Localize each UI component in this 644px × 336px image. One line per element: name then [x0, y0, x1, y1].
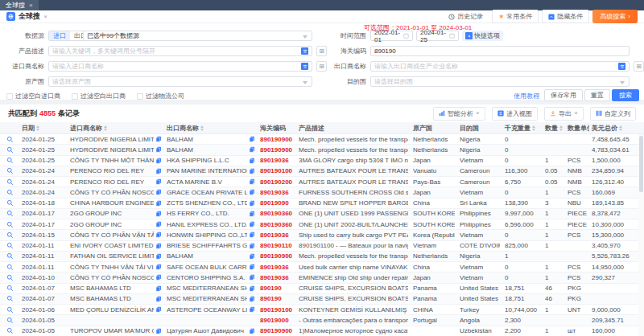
row-detail-search-icon[interactable]	[0, 157, 19, 164]
more-options-icon[interactable]: ⊞	[634, 61, 644, 72]
copy-icon[interactable]	[249, 232, 255, 238]
row-detail-search-icon[interactable]	[0, 306, 19, 313]
column-header-date[interactable]: 日期	[19, 124, 68, 133]
destination-country-select[interactable]: 请选择目的国	[370, 76, 630, 87]
copy-icon[interactable]	[155, 221, 162, 227]
row-detail-search-icon[interactable]	[0, 136, 19, 143]
data-source-select[interactable]: 已选中99个数据源	[83, 31, 312, 41]
copy-icon[interactable]	[155, 168, 162, 174]
checkbox-filter-logistics[interactable]: 过滤物流公司	[137, 92, 184, 100]
quick-options-button[interactable]: 快捷选项	[462, 31, 503, 41]
product-desc-input[interactable]: 请输入关键词，多关键词用分号隔开	[48, 46, 312, 56]
advanced-search-button[interactable]: 高级搜索 ›	[592, 10, 638, 23]
smart-analysis-button[interactable]: 智能分析 ∨	[433, 107, 485, 121]
copy-icon[interactable]	[155, 274, 162, 281]
copy-icon[interactable]	[249, 178, 255, 185]
hs-code-input[interactable]: 890190	[370, 46, 630, 56]
column-header-exporter[interactable]: 出口商名称	[164, 124, 258, 133]
search-button[interactable]: 搜索	[612, 89, 639, 101]
row-detail-search-icon[interactable]	[0, 285, 19, 292]
copy-icon[interactable]	[155, 232, 162, 238]
copy-icon[interactable]	[249, 264, 255, 270]
row-detail-search-icon[interactable]	[0, 295, 19, 302]
copy-icon[interactable]	[155, 243, 162, 249]
row-detail-search-icon[interactable]	[0, 178, 19, 186]
row-detail-search-icon[interactable]	[0, 167, 19, 174]
row-detail-search-icon[interactable]	[0, 242, 19, 249]
copy-icon[interactable]	[155, 189, 162, 195]
copy-icon[interactable]	[155, 306, 162, 313]
copy-icon[interactable]	[155, 158, 162, 164]
copy-icon[interactable]	[249, 200, 255, 207]
column-header-importer[interactable]: 进口商名称	[68, 124, 164, 133]
column-header-total_usd[interactable]: 美元总价	[589, 124, 638, 133]
copy-icon[interactable]	[249, 253, 255, 260]
copy-icon[interactable]	[249, 296, 255, 302]
sort-icon[interactable]	[532, 125, 535, 131]
row-detail-search-icon[interactable]	[0, 210, 19, 217]
tutorial-link[interactable]: 使用教程	[514, 92, 539, 100]
sort-icon[interactable]	[200, 125, 204, 131]
close-icon[interactable]: ×	[29, 2, 33, 9]
exporter-input[interactable]: 请输入出口商或生产企业名称	[370, 61, 630, 72]
copy-icon[interactable]	[249, 243, 255, 249]
row-detail-search-icon[interactable]	[0, 264, 19, 271]
row-detail-search-icon[interactable]	[0, 221, 19, 228]
tab-global-search[interactable]: 全球搜 ×	[0, 0, 39, 10]
row-detail-search-icon[interactable]	[0, 189, 19, 196]
copy-icon[interactable]	[249, 274, 255, 281]
copy-icon[interactable]	[249, 285, 255, 292]
copy-icon[interactable]	[249, 189, 255, 195]
copy-icon[interactable]	[155, 211, 162, 217]
copy-icon[interactable]	[249, 328, 255, 334]
row-detail-search-icon[interactable]	[0, 327, 19, 334]
checkbox-filter-blank-importer[interactable]: 过滤空白进口商	[6, 92, 60, 100]
save-common-button[interactable]: 保存常用	[544, 89, 583, 101]
sort-icon[interactable]	[559, 125, 563, 131]
row-detail-search-icon[interactable]	[0, 252, 19, 260]
translate-icon[interactable]	[301, 47, 308, 55]
sort-icon[interactable]	[619, 125, 622, 131]
row-detail-search-icon[interactable]	[0, 232, 19, 239]
row-detail-search-icon[interactable]	[0, 146, 19, 154]
column-header-weight_kg[interactable]: 千克重量	[502, 124, 543, 133]
copy-icon[interactable]	[249, 136, 255, 142]
sort-icon[interactable]	[36, 125, 39, 131]
translate-icon[interactable]	[301, 63, 308, 70]
chevron-down-icon[interactable]: ∨	[43, 14, 47, 19]
row-detail-search-icon[interactable]	[0, 317, 19, 324]
customize-columns-button[interactable]: 自定义列	[590, 107, 636, 121]
copy-icon[interactable]	[155, 146, 162, 153]
date-start-input[interactable]: 2022-01-01	[370, 31, 413, 41]
row-detail-search-icon[interactable]	[0, 274, 19, 281]
copy-icon[interactable]	[249, 221, 255, 227]
row-detail-search-icon[interactable]	[0, 199, 19, 207]
checkbox-filter-blank-exporter[interactable]: 过滤空白出口商	[72, 92, 126, 100]
translate-icon[interactable]	[618, 63, 625, 70]
copy-icon[interactable]	[155, 178, 162, 185]
enter-view-button[interactable]: 进入视图	[492, 107, 538, 121]
sort-icon[interactable]	[104, 125, 107, 131]
reset-button[interactable]: 重置	[584, 89, 610, 101]
copy-icon[interactable]	[249, 158, 255, 164]
import-toggle[interactable]: 进口	[49, 31, 70, 40]
export-button[interactable]: 导出 ∨	[544, 107, 584, 121]
common-conditions-button[interactable]: ★ 常用条件	[492, 10, 539, 23]
copy-icon[interactable]	[249, 211, 255, 217]
copy-icon[interactable]	[155, 253, 162, 260]
date-end-input[interactable]: 2024-01-25	[416, 31, 459, 41]
vertical-scrollbar[interactable]	[638, 134, 644, 336]
copy-icon[interactable]	[155, 136, 162, 142]
scrollbar-thumb[interactable]	[639, 136, 643, 192]
origin-country-select[interactable]: 请选择原产国	[48, 76, 312, 87]
copy-icon[interactable]	[155, 328, 162, 334]
importer-input[interactable]: 请输入进口商名称	[48, 61, 312, 72]
history-button[interactable]: 历史记录	[443, 10, 489, 23]
copy-icon[interactable]	[249, 146, 255, 153]
copy-icon[interactable]	[155, 296, 162, 302]
column-header-quantity[interactable]: 数量	[543, 124, 565, 133]
hidden-conditions-button[interactable]: 隐藏条件	[542, 10, 589, 23]
copy-icon[interactable]	[155, 285, 162, 292]
copy-icon[interactable]	[249, 168, 255, 174]
copy-icon[interactable]	[155, 264, 162, 270]
